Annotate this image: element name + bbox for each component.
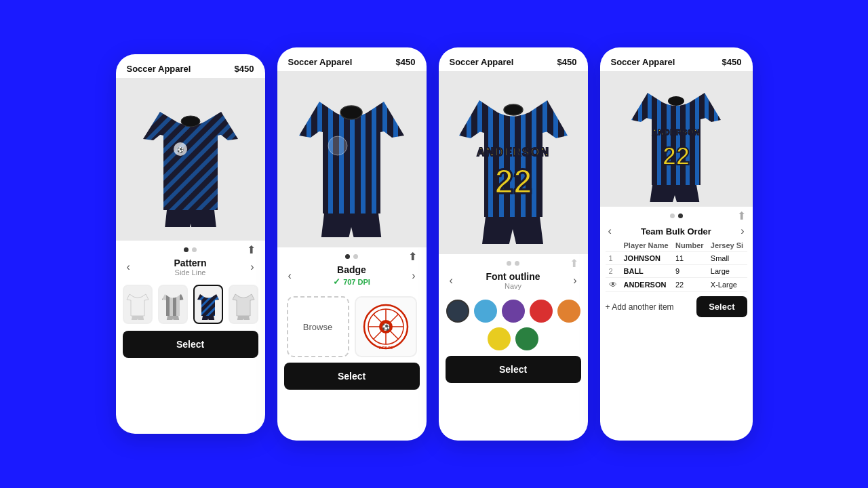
select-button-2[interactable]: Select	[284, 363, 420, 390]
row-name-2: BALL	[620, 265, 672, 278]
bulk-order-table: Player Name Number Jersey Si 1 JOHNSON 1…	[606, 239, 747, 292]
color-swatches	[439, 294, 588, 356]
badge-upload-area: Browse ⚽ KICK FC	[277, 291, 427, 363]
screen-pattern: Soccer Apparel $450 ⚽	[116, 54, 265, 434]
svg-text:⚽: ⚽	[382, 323, 391, 331]
dot-active-4	[678, 214, 683, 218]
jersey-svg-back: ANDERSON 22	[456, 81, 571, 244]
col-name-header: Player Name	[620, 239, 672, 252]
row-size-2: Large	[707, 265, 747, 278]
svg-text:⚽: ⚽	[177, 146, 184, 153]
table-row: 👁 ANDERSON 22 X-Large	[606, 278, 747, 292]
step-label-3: Font outline Navy	[486, 270, 540, 291]
next-arrow-1[interactable]: ›	[246, 260, 258, 274]
table-header-row: Player Name Number Jersey Si	[606, 239, 747, 252]
color-swatch-orange[interactable]	[557, 300, 580, 323]
color-swatch-yellow[interactable]	[488, 327, 511, 350]
row-size-3: X-Large	[707, 278, 747, 292]
bulk-next-arrow[interactable]: ›	[736, 224, 748, 239]
share-icon-1[interactable]: ⬆	[247, 243, 256, 251]
jersey-image-area-4: ANDERSON 22	[600, 71, 753, 207]
svg-text:22: 22	[494, 163, 532, 201]
svg-rect-8	[173, 289, 176, 320]
dot-row-3	[439, 256, 588, 268]
dot-1-3	[507, 261, 511, 266]
col-number-header: Number	[672, 239, 707, 252]
browse-button[interactable]: Browse	[287, 296, 349, 357]
step-label-2: Badge ✓ 707 DPI	[333, 263, 370, 288]
add-item-button[interactable]: + Add another item	[606, 302, 693, 312]
bulk-prev-arrow[interactable]: ‹	[604, 224, 616, 239]
dot-inactive-2	[353, 254, 358, 259]
color-swatch-purple[interactable]	[502, 300, 525, 323]
dot-2-3	[515, 261, 519, 266]
pattern-thumb-2[interactable]	[158, 285, 188, 324]
badge-dpi: ✓ 707 DPI	[333, 277, 370, 287]
row-size-1: Small	[707, 252, 747, 265]
dot-row-2	[277, 249, 427, 262]
svg-point-15	[340, 106, 362, 119]
card-price-4: $450	[722, 57, 742, 67]
card-title-1: Soccer Apparel	[127, 64, 191, 74]
dot-1-4	[670, 214, 675, 218]
card-header-3: Soccer Apparel $450	[439, 47, 588, 71]
screen-badge: Soccer Apparel $450	[277, 47, 427, 441]
eye-icon[interactable]: 👁	[609, 280, 617, 289]
card-price-3: $450	[557, 57, 577, 67]
row-num-2: 2	[606, 265, 620, 278]
share-icon-4[interactable]: ⬆	[737, 209, 746, 217]
color-swatch-green[interactable]	[515, 327, 538, 350]
row-eye-3: 👁	[606, 278, 620, 292]
table-row: 1 JOHNSON 11 Small	[606, 252, 747, 265]
select-button-1[interactable]: Select	[123, 331, 258, 358]
bulk-select-button[interactable]: Select	[696, 296, 747, 317]
dot-row-4	[600, 208, 753, 221]
table-row: 2 BALL 9 Large	[606, 265, 747, 278]
svg-point-33	[668, 96, 684, 106]
row-number-1: 11	[672, 252, 707, 265]
card-price-2: $450	[396, 57, 416, 67]
screen-font-outline: Soccer Apparel $450 ANDERSON	[439, 47, 588, 441]
svg-point-2	[181, 116, 200, 127]
bulk-table-container: Player Name Number Jersey Si 1 JOHNSON 1…	[600, 239, 753, 292]
dot-inactive-1	[192, 247, 197, 252]
bulk-nav: ‹ Team Bulk Order ›	[600, 222, 753, 239]
share-icon-3[interactable]: ⬆	[570, 257, 578, 264]
next-arrow-2[interactable]: ›	[408, 268, 419, 283]
svg-rect-7	[166, 289, 170, 320]
card-title-4: Soccer Apparel	[611, 57, 675, 67]
card-price-1: $450	[235, 64, 254, 74]
color-swatch-navy[interactable]	[446, 300, 469, 323]
svg-rect-9	[180, 289, 183, 320]
jersey-svg-1: ⚽	[140, 92, 241, 227]
pattern-thumb-4[interactable]	[229, 285, 258, 324]
card-header-2: Soccer Apparel $450	[277, 47, 427, 71]
select-button-3[interactable]: Select	[446, 356, 581, 383]
prev-arrow-1[interactable]: ‹	[123, 260, 134, 274]
share-icon-2[interactable]: ⬆	[408, 250, 417, 258]
color-swatch-blue[interactable]	[474, 300, 497, 323]
svg-rect-12	[195, 289, 222, 320]
pattern-thumb-3[interactable]	[193, 285, 223, 324]
jersey-svg-2	[296, 81, 408, 237]
pattern-options	[116, 281, 265, 331]
svg-point-28	[504, 104, 523, 115]
color-swatch-red[interactable]	[530, 300, 553, 323]
col-num-header	[606, 239, 620, 252]
prev-arrow-2[interactable]: ‹	[284, 268, 296, 283]
row-num-1: 1	[606, 252, 620, 265]
jersey-image-area-3: ANDERSON 22	[439, 71, 588, 254]
card-title-3: Soccer Apparel	[450, 57, 514, 67]
jersey-image-area-2	[277, 71, 427, 247]
prev-arrow-3[interactable]: ‹	[446, 273, 457, 288]
row-name-1: JOHNSON	[620, 252, 672, 265]
next-arrow-3[interactable]: ›	[569, 273, 580, 288]
svg-rect-6	[159, 289, 163, 320]
col-size-header: Jersey Si	[707, 239, 747, 252]
svg-text:KICK FC: KICK FC	[378, 346, 393, 350]
bulk-title: Team Bulk Order	[641, 222, 711, 239]
nav-row-3: ‹ Font outline Navy ›	[439, 270, 588, 291]
dot-active-1	[184, 247, 189, 252]
pattern-thumb-1[interactable]	[123, 285, 153, 324]
row-name-3: ANDERSON	[620, 278, 672, 292]
